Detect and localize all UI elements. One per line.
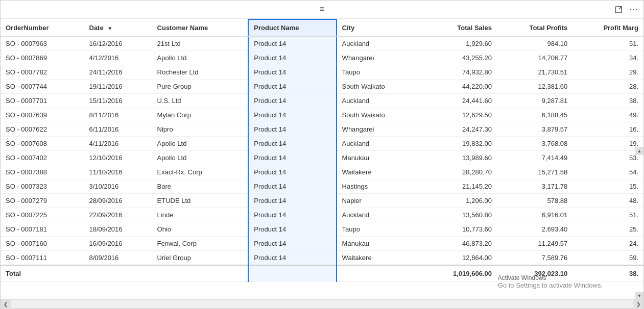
cell-city: Auckland [337, 208, 420, 222]
scroll-down-arrow[interactable]: ▼ [635, 292, 643, 300]
main-window: ≡ ··· OrderNumber Date ▼ Customer Name P… [0, 0, 644, 309]
cell-profitMargin: 28. [573, 80, 643, 94]
cell-date: 12/10/2016 [84, 151, 152, 165]
cell-productName: Product 14 [248, 194, 336, 208]
cell-profitMargin: 48. [573, 194, 643, 208]
cell-customerName: Apollo Ltd [152, 51, 249, 65]
cell-customerName: Apollo Ltd [152, 137, 249, 151]
cell-totalSales: 21,145.20 [420, 179, 497, 194]
cell-productName: Product 14 [248, 151, 336, 165]
table-row: SO - 00071118/09/2016Uriel GroupProduct … [1, 251, 643, 266]
cell-orderNumber: SO - 0007388 [1, 165, 84, 179]
col-header-date[interactable]: Date ▼ [84, 19, 152, 36]
cell-date: 18/09/2016 [84, 222, 152, 237]
cell-customerName: Exact-Rx. Corp [152, 165, 249, 179]
cell-orderNumber: SO - 0007701 [1, 94, 84, 108]
data-table: OrderNumber Date ▼ Customer Name Product… [1, 19, 643, 282]
total-city [337, 265, 420, 282]
cell-totalSales: 1,206.00 [420, 194, 497, 208]
cell-city: Hastings [337, 179, 420, 194]
table-row: SO - 00076398/11/2016Mylan CorpProduct 1… [1, 108, 643, 122]
col-header-total-sales: Total Sales [420, 19, 497, 36]
table-row: SO - 00078694/12/2016Apollo LtdProduct 1… [1, 51, 643, 65]
total-customer [152, 265, 249, 282]
cell-date: 8/11/2016 [84, 108, 152, 122]
drag-handle-icon[interactable]: ≡ [320, 5, 324, 14]
table-row: SO - 000796316/12/201621st LtdProduct 14… [1, 36, 643, 51]
cell-customerName: Nipro [152, 122, 249, 137]
cell-totalSales: 44,220.00 [420, 80, 497, 94]
cell-orderNumber: SO - 0007782 [1, 65, 84, 80]
cell-city: Taupo [337, 222, 420, 237]
cell-city: Whangarei [337, 122, 420, 137]
cell-totalSales: 43,255.20 [420, 51, 497, 65]
cell-productName: Product 14 [248, 208, 336, 222]
cell-date: 15/11/2016 [84, 94, 152, 108]
cell-orderNumber: SO - 0007639 [1, 108, 84, 122]
scroll-track[interactable] [11, 300, 633, 308]
data-table-container[interactable]: OrderNumber Date ▼ Customer Name Product… [1, 19, 643, 299]
cell-date: 16/12/2016 [84, 36, 152, 51]
cell-totalProfits: 7,589.76 [497, 251, 573, 266]
cell-totalSales: 24,441.60 [420, 94, 497, 108]
cell-date: 22/09/2016 [84, 208, 152, 222]
cell-date: 16/09/2016 [84, 237, 152, 251]
cell-profitMargin: 51. [573, 36, 643, 51]
table-row: SO - 00076084/11/2016Apollo LtdProduct 1… [1, 137, 643, 151]
activate-windows-subtitle: Go to Settings to activate Windows. [498, 281, 603, 289]
cell-customerName: Fenwal. Corp [152, 237, 249, 251]
col-header-city: City [337, 19, 420, 36]
cell-totalSales: 1,929.60 [420, 36, 497, 51]
total-product [248, 265, 336, 282]
cell-totalProfits: 9,287.81 [497, 94, 573, 108]
cell-date: 6/11/2016 [84, 122, 152, 137]
cell-customerName: Uriel Group [152, 251, 249, 266]
cell-totalSales: 46,873.20 [420, 237, 497, 251]
table-row: SO - 000738811/10/2016Exact-Rx. CorpProd… [1, 165, 643, 179]
cell-totalSales: 12,864.00 [420, 251, 497, 266]
cell-profitMargin: 49. [573, 108, 643, 122]
cell-date: 8/09/2016 [84, 251, 152, 266]
total-label: Total [1, 265, 84, 282]
cell-profitMargin: 34. [573, 51, 643, 65]
cell-city: Manukau [337, 151, 420, 165]
table-row: SO - 000716016/09/2016Fenwal. CorpProduc… [1, 237, 643, 251]
cell-totalProfits: 6,916.01 [497, 208, 573, 222]
cell-city: Waitakere [337, 251, 420, 266]
cell-totalProfits: 984.10 [497, 36, 573, 51]
cell-totalSales: 24,247.30 [420, 122, 497, 137]
cell-orderNumber: SO - 0007869 [1, 51, 84, 65]
total-date [84, 265, 152, 282]
cell-customerName: Ohio [152, 222, 249, 237]
cell-orderNumber: SO - 0007323 [1, 179, 84, 194]
cell-city: South Waikato [337, 108, 420, 122]
scroll-left-arrow[interactable]: ❮ [1, 300, 11, 309]
scroll-up-arrow[interactable]: ▲ [635, 147, 643, 155]
cell-productName: Product 14 [248, 179, 336, 194]
more-options-icon[interactable]: ··· [628, 4, 639, 15]
table-header-row: OrderNumber Date ▼ Customer Name Product… [1, 19, 643, 36]
cell-date: 24/11/2016 [84, 65, 152, 80]
cell-totalSales: 28,280.70 [420, 165, 497, 179]
cell-city: Auckland [337, 94, 420, 108]
total-sales-value: 1,019,606.00 [420, 265, 497, 282]
cell-city: Auckland [337, 36, 420, 51]
col-header-profit-margin: Profit Marg [573, 19, 643, 36]
cell-city: Whangarei [337, 51, 420, 65]
cell-productName: Product 14 [248, 36, 336, 51]
cell-profitMargin: 15. [573, 179, 643, 194]
scroll-right-arrow[interactable]: ❯ [633, 300, 643, 309]
maximize-icon[interactable] [613, 4, 624, 15]
cell-customerName: 21st Ltd [152, 36, 249, 51]
table-row: SO - 00076226/11/2016NiproProduct 14Whan… [1, 122, 643, 137]
cell-customerName: Pure Group [152, 80, 249, 94]
cell-totalProfits: 6,188.45 [497, 108, 573, 122]
cell-orderNumber: SO - 0007622 [1, 122, 84, 137]
table-row: SO - 000778224/11/2016Rochester LtdProdu… [1, 65, 643, 80]
cell-profitMargin: 24. [573, 237, 643, 251]
cell-profitMargin: 19. [573, 137, 643, 151]
cell-totalProfits: 14,706.77 [497, 51, 573, 65]
cell-totalProfits: 21,730.51 [497, 65, 573, 80]
cell-totalProfits: 3,171.78 [497, 179, 573, 194]
horizontal-scrollbar[interactable]: ❮ ❯ ▲ ▼ [1, 299, 643, 308]
